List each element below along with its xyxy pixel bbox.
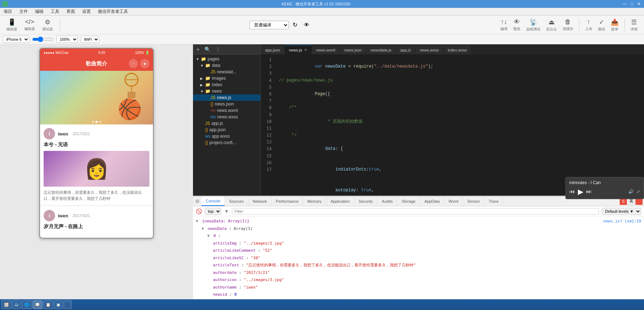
devtools-tab-storage[interactable]: Storage (397, 196, 420, 206)
preview-eye-btn[interactable]: 👁 (302, 20, 312, 30)
devtools-tab-security[interactable]: Security (355, 196, 378, 206)
taskbar-app-btn[interactable]: ▣ (54, 300, 63, 309)
menu-settings[interactable]: 设置 (81, 9, 92, 15)
devtools-tab-appdata[interactable]: AppData (420, 196, 444, 206)
taskbar-chrome-btn[interactable]: 🌐 (22, 300, 32, 309)
taskbar-wechat-btn[interactable]: 💬 (33, 300, 43, 309)
console-line-0[interactable]: ▼ 0 : (193, 232, 644, 240)
devtools-tab-network[interactable]: Network (248, 196, 272, 206)
tree-item-news[interactable]: ▼ 📁 news (193, 88, 261, 94)
phone-nav-icons[interactable]: ··· ● (129, 59, 149, 68)
new-file-btn[interactable]: + (195, 46, 201, 53)
debugger-btn[interactable]: ⚙ 调试器 (40, 17, 55, 33)
taskbar-task-btn[interactable]: 📋 (43, 300, 53, 309)
devtools-tab-application[interactable]: Application (326, 196, 355, 206)
search-tree-btn[interactable]: 🔍 (203, 46, 212, 53)
devtools-tab-memory[interactable]: Memory (303, 196, 326, 206)
devtools-tab-console[interactable]: Console (202, 196, 225, 206)
menu-interface[interactable]: 界面 (65, 9, 76, 15)
console-expand-0[interactable]: ▼ (207, 233, 210, 238)
console-line-likecomment[interactable]: articleLikeComment : "52" (193, 247, 644, 255)
console-expand-newsdata[interactable]: ▼ (202, 226, 204, 231)
tab-app-json[interactable]: app.json (261, 45, 285, 54)
console-line-newsdata[interactable]: ▼ newsData : Array(1) (193, 225, 644, 233)
tab-news-js-close[interactable]: ✕ (304, 48, 307, 52)
taskbar-start-btn[interactable]: 🪟 (1, 300, 11, 309)
console-expand-root[interactable]: ▼ (196, 219, 198, 223)
volume-icon[interactable]: 🔊 (628, 189, 634, 194)
tab-news-js[interactable]: news.js ✕ (285, 45, 312, 54)
clear-cache-btn[interactable]: 🗑 清缓存 (560, 17, 575, 33)
devtools-tab-wxml[interactable]: Wxml (444, 196, 463, 206)
prev-btn[interactable]: ⏮ (569, 188, 575, 195)
tree-item-newsdata[interactable]: JS newsdat... (193, 69, 261, 75)
tree-item-news-wxss[interactable]: wx news.wxss (193, 114, 261, 120)
tab-news-wxss[interactable]: news.wxss (415, 45, 443, 54)
console-line-likesc[interactable]: articleLikeSC : "30" (193, 255, 644, 262)
nav-play-icon[interactable]: ● (140, 59, 149, 68)
next-btn[interactable]: ⏭ (586, 188, 592, 195)
minimize-btn[interactable]: — (622, 1, 628, 6)
console-line-authorname[interactable]: authorname : "iwen" (193, 284, 644, 291)
menu-edit[interactable]: 编辑 (34, 9, 45, 15)
console-line-authordate[interactable]: authordate : "2017/3/21" (193, 269, 644, 277)
maximize-btn[interactable]: □ (629, 1, 635, 6)
publish-btn[interactable]: 📤 提审 (609, 17, 621, 33)
console-line-root[interactable]: ▼ {newsData: Array(1)} news.js? [sm]:19 (193, 218, 644, 225)
devtools-tab-trace[interactable]: Trace (485, 196, 504, 206)
remote-debug-btn[interactable]: 📡 远程调试 (524, 17, 543, 33)
expand-icon[interactable]: ⤢ (636, 189, 640, 194)
devtools-tab-performance[interactable]: Performance (272, 196, 303, 206)
tree-item-index[interactable]: ▶ 📁 index (193, 82, 261, 88)
compile-select[interactable]: 普通编译 ↻ 👁 (249, 20, 312, 30)
tab-newsdata-js[interactable]: newsdata.js (366, 45, 396, 54)
article-item-2[interactable]: i iwen 2017/3/21 岁月无声 - 在路上 (40, 206, 153, 236)
log-level-select[interactable]: Default levels ▼ (602, 208, 641, 215)
backstage-btn[interactable]: ⏏ 后台台 (544, 17, 559, 33)
console-filter-input[interactable] (232, 208, 599, 215)
devtools-tab-audits[interactable]: Audits (377, 196, 397, 206)
article-item-1[interactable]: i iwen 2017/3/21 本兮 - 无语 👩 忘记曾经的事情，你需要多久… (40, 124, 153, 205)
compile-mode-dropdown[interactable]: 普通编译 (249, 21, 289, 29)
menu-project[interactable]: 项目 (2, 9, 14, 15)
device-select[interactable]: iPhone 6 (3, 36, 29, 43)
network-select[interactable]: WiFi (81, 36, 99, 43)
title-bar-controls[interactable]: — □ ✕ (622, 1, 642, 6)
tree-item-news-wxml[interactable]: <> news.wxml (193, 107, 261, 114)
menu-file[interactable]: 文件 (18, 9, 29, 15)
editor-btn[interactable]: </> 编辑器 (22, 17, 37, 33)
compile-btn[interactable]: ↑↓ 编译 (498, 17, 510, 33)
tree-item-app-wxss[interactable]: wx app.wxss (193, 133, 261, 139)
tab-app-js[interactable]: app.js (396, 45, 415, 54)
console-line-authoricon[interactable]: authoricon : "../images/3.jpg" (193, 276, 644, 284)
nav-menu-icon[interactable]: ··· (129, 59, 138, 68)
details-btn[interactable]: ☰ 详情 (628, 17, 640, 33)
menu-wechat-devtools[interactable]: 微信开发者工具 (96, 9, 129, 15)
tree-item-news-js[interactable]: JS news.js (193, 94, 261, 101)
console-line-articletext[interactable]: articleText : "忘记曾经的事情，你需要多久，我想了多久，也没能说出… (193, 262, 644, 269)
upload-btn[interactable]: ↑ 上传 (583, 17, 594, 33)
more-tree-btn[interactable]: ⋮ (214, 46, 222, 53)
test-btn[interactable]: ✓ 测试 (596, 17, 607, 33)
console-line-articleimg[interactable]: articleImg : "../images/2.jpg" (193, 240, 644, 247)
tab-index-wxss[interactable]: index.wxss (444, 45, 472, 54)
tree-item-images[interactable]: ▶ 📁 images (193, 75, 261, 82)
zoom-select[interactable]: 100% (56, 36, 78, 43)
devtools-tab-sensor[interactable]: Sensor (463, 196, 485, 206)
console-clear-icon[interactable]: 🚫 (196, 208, 202, 214)
tree-item-news-json[interactable]: {} news.json (193, 101, 261, 107)
console-source-link[interactable]: news.js? [sm]:19 (603, 218, 641, 225)
tree-item-app-js[interactable]: JS app.js (193, 120, 261, 127)
tree-item-data[interactable]: ▼ 📁 data (193, 62, 261, 69)
taskbar-word-btn[interactable]: W (63, 300, 72, 309)
devtools-tab-sources[interactable]: Sources (225, 196, 248, 206)
menu-tools[interactable]: 工具 (49, 9, 61, 15)
tree-item-project-config[interactable]: {} project.confi... (193, 139, 261, 146)
tab-news-wxml[interactable]: news.wxml (312, 45, 340, 54)
console-line-newsid[interactable]: newsid : 0 (193, 291, 644, 299)
console-context-select[interactable]: top (205, 208, 221, 215)
tree-item-app-json[interactable]: {} app.json (193, 127, 261, 133)
devtools-settings-icon[interactable]: ⚙ (193, 198, 202, 204)
zoom-slider[interactable] (32, 36, 54, 42)
taskbar-explorer-btn[interactable]: 🗂 (12, 300, 21, 309)
